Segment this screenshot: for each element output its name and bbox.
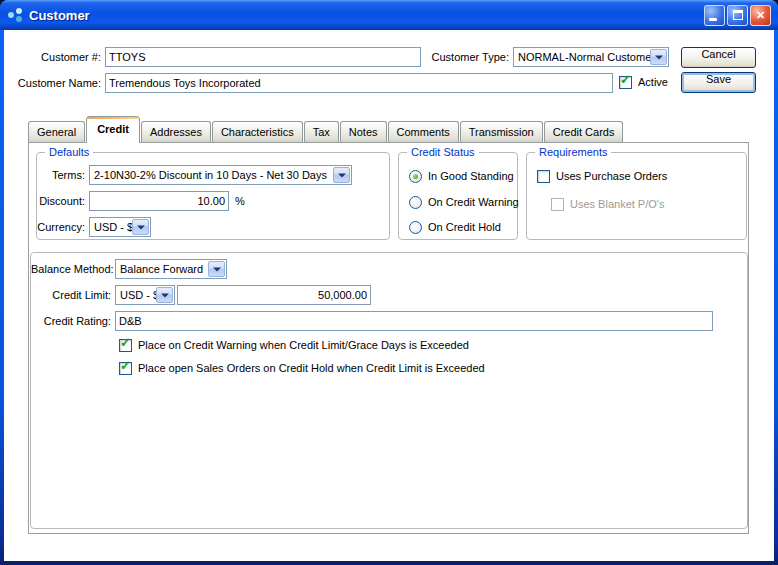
tab-characteristics[interactable]: Characteristics (212, 121, 303, 142)
checkbox-checked-icon: ✓ (619, 76, 632, 89)
defaults-group-title: Defaults (45, 145, 93, 159)
credit-limit-label: Credit Limit: (31, 285, 111, 305)
customer-number-label: Customer #: (14, 47, 101, 67)
balance-method-select[interactable]: Balance Forward (115, 259, 227, 279)
uses-blanket-pos-label: Uses Blanket P/O's (570, 198, 664, 211)
save-button[interactable]: Save (681, 72, 756, 93)
checkbox-checked-icon: ✓ (119, 362, 132, 375)
checkbox-checked-icon: ✓ (119, 339, 132, 352)
discount-percent-label: % (235, 191, 245, 211)
discount-label: Discount: (37, 191, 85, 211)
checkbox-disabled-icon (551, 198, 564, 211)
terms-select[interactable]: 2-10N30-2% Discount in 10 Days - Net 30 … (89, 165, 352, 185)
customer-number-input[interactable] (105, 47, 421, 67)
dropdown-arrow-icon (161, 294, 169, 298)
dropdown-arrow-icon (655, 56, 663, 60)
window-controls: ✕ (704, 5, 771, 26)
credit-rating-label: Credit Rating: (31, 311, 111, 331)
customer-type-select[interactable]: NORMAL-Normal Customers (513, 47, 669, 67)
radio-on-credit-hold[interactable]: On Credit Hold (409, 220, 501, 235)
radio-icon (409, 221, 422, 234)
uses-purchase-orders-checkbox[interactable]: Uses Purchase Orders (537, 169, 667, 184)
dropdown-button[interactable] (333, 167, 350, 183)
currency-label: Currency: (37, 217, 85, 237)
currency-value: USD - $ (94, 221, 133, 233)
maximize-icon (733, 10, 743, 20)
dropdown-arrow-icon (137, 226, 145, 230)
minimize-button[interactable] (704, 5, 725, 26)
active-checkbox[interactable]: ✓ Active (619, 75, 668, 90)
tab-comments[interactable]: Comments (388, 121, 459, 142)
tab-credit-cards[interactable]: Credit Cards (544, 121, 624, 142)
credit-limit-currency-value: USD - $ (120, 289, 159, 301)
discount-input[interactable] (89, 191, 229, 211)
minimize-icon (709, 18, 717, 21)
close-button[interactable]: ✕ (750, 5, 771, 26)
radio-label: In Good Standing (428, 170, 514, 183)
radio-in-good-standing[interactable]: In Good Standing (409, 169, 514, 184)
credit-status-group-title: Credit Status (407, 145, 479, 159)
dropdown-button[interactable] (650, 49, 667, 65)
dropdown-arrow-icon (213, 268, 221, 272)
check-icon: ✓ (620, 73, 631, 86)
credit-rating-input[interactable] (115, 311, 713, 331)
requirements-group-title: Requirements (535, 145, 611, 159)
radio-label: On Credit Hold (428, 221, 501, 234)
tab-notes[interactable]: Notes (340, 121, 387, 142)
tab-tax[interactable]: Tax (304, 121, 339, 142)
tab-credit[interactable]: Credit (86, 116, 140, 143)
checkbox-unchecked-icon (537, 170, 550, 183)
customer-window: Customer ✕ Customer #: Customer Type: NO… (0, 0, 778, 565)
cancel-button[interactable]: Cancel (681, 47, 756, 68)
customer-name-input[interactable] (105, 73, 613, 93)
dropdown-button[interactable] (132, 219, 149, 235)
tab-general[interactable]: General (28, 121, 85, 142)
window-title: Customer (29, 8, 698, 23)
check-icon: ✓ (120, 359, 131, 372)
app-icon[interactable] (7, 7, 23, 23)
tab-bar: General Credit Addresses Characteristics… (28, 116, 624, 143)
defaults-group: Defaults Terms: 2-10N30-2% Discount in 1… (36, 152, 390, 240)
customer-type-label: Customer Type: (422, 47, 509, 67)
check-icon: ✓ (120, 336, 131, 349)
dropdown-button[interactable] (208, 261, 225, 277)
terms-value: 2-10N30-2% Discount in 10 Days - Net 30 … (94, 169, 327, 181)
credit-status-group: Credit Status In Good Standing On Credit… (398, 152, 518, 240)
customer-name-label: Customer Name: (10, 73, 101, 93)
credit-warning-label: Place on Credit Warning when Credit Limi… (138, 339, 469, 352)
credit-hold-checkbox[interactable]: ✓ Place open Sales Orders on Credit Hold… (119, 361, 485, 376)
credit-warning-checkbox[interactable]: ✓ Place on Credit Warning when Credit Li… (119, 338, 469, 353)
title-bar: Customer ✕ (0, 0, 778, 30)
active-label: Active (638, 76, 668, 89)
radio-selected-icon (409, 170, 422, 183)
credit-limit-currency-select[interactable]: USD - $ (115, 285, 175, 305)
terms-label: Terms: (41, 165, 85, 185)
credit-hold-label: Place open Sales Orders on Credit Hold w… (138, 362, 485, 375)
uses-purchase-orders-label: Uses Purchase Orders (556, 170, 667, 183)
balance-method-value: Balance Forward (120, 263, 203, 275)
credit-balance-section: Balance Method: Balance Forward Credit L… (30, 252, 748, 529)
dialog-body: Customer #: Customer Type: NORMAL-Normal… (4, 30, 774, 561)
radio-on-credit-warning[interactable]: On Credit Warning (409, 195, 519, 210)
dropdown-button[interactable] (156, 287, 173, 303)
tab-addresses[interactable]: Addresses (141, 121, 211, 142)
credit-limit-input[interactable] (177, 285, 371, 305)
dropdown-arrow-icon (338, 174, 346, 178)
tab-transmission[interactable]: Transmission (460, 121, 543, 142)
requirements-group: Requirements Uses Purchase Orders Uses B… (526, 152, 747, 240)
radio-icon (409, 196, 422, 209)
radio-label: On Credit Warning (428, 196, 519, 209)
balance-method-label: Balance Method: (31, 259, 111, 279)
currency-select[interactable]: USD - $ (89, 217, 151, 237)
maximize-button[interactable] (727, 5, 748, 26)
customer-type-value: NORMAL-Normal Customers (518, 51, 660, 63)
uses-blanket-pos-checkbox: Uses Blanket P/O's (551, 197, 664, 212)
